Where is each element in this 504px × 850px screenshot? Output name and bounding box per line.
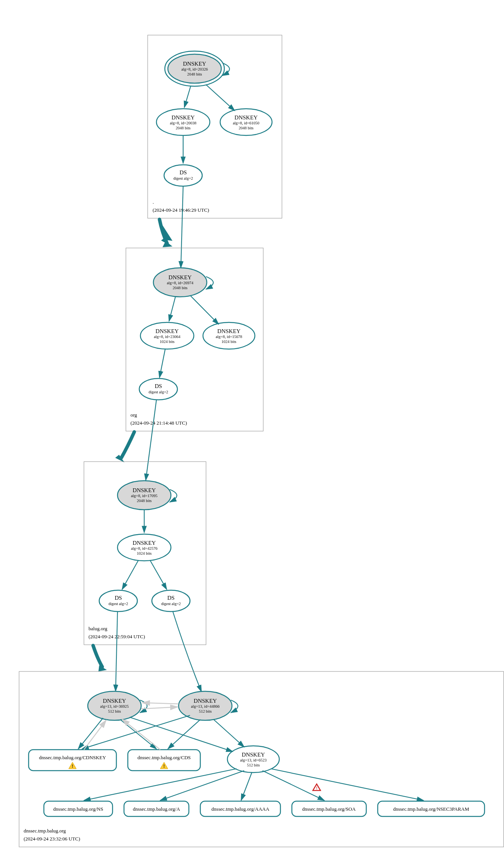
svg-text:2048 bits: 2048 bits: [239, 126, 254, 130]
node-balug-ds1: [99, 590, 137, 612]
svg-text:DNSKEY: DNSKEY: [242, 752, 265, 758]
svg-text:dnssec.tmp.balug.org/CDNSKEY: dnssec.tmp.balug.org/CDNSKEY: [39, 755, 106, 760]
svg-text:alg=8, id=42576: alg=8, id=42576: [131, 546, 158, 551]
svg-text:dnssec.tmp.balug.org/AAAA: dnssec.tmp.balug.org/AAAA: [211, 806, 269, 812]
svg-text:dnssec.tmp.balug.org/CDS: dnssec.tmp.balug.org/CDS: [137, 755, 191, 760]
zone-root: DNSKEY alg=8, id=20326 2048 bits DNSKEY …: [148, 35, 282, 218]
svg-text:alg=13, id=6523: alg=13, id=6523: [240, 758, 267, 762]
svg-text:dnssec.tmp.balug.org: dnssec.tmp.balug.org: [24, 828, 66, 834]
svg-text:(2024-09-24 19:46:29 UTC): (2024-09-24 19:46:29 UTC): [153, 207, 209, 213]
svg-text:alg=8, id=20038: alg=8, id=20038: [170, 121, 196, 125]
svg-text:dnssec.tmp.balug.org/NS: dnssec.tmp.balug.org/NS: [53, 806, 103, 812]
svg-text:alg=8, id=23064: alg=8, id=23064: [154, 335, 180, 339]
svg-text:.: .: [153, 199, 154, 205]
error-icon: !: [313, 784, 320, 790]
svg-text:DS: DS: [155, 383, 162, 389]
svg-text:DNSKEY: DNSKEY: [169, 274, 192, 280]
svg-text:alg=13, id=36925: alg=13, id=36925: [100, 704, 129, 708]
svg-text:2048 bits: 2048 bits: [173, 286, 188, 290]
svg-text:digest alg=2: digest alg=2: [148, 390, 168, 394]
svg-text:DS: DS: [167, 595, 174, 601]
svg-text:DS: DS: [179, 169, 187, 175]
svg-text:alg=8, id=17095: alg=8, id=17095: [131, 494, 158, 498]
svg-text:balug.org: balug.org: [89, 626, 108, 631]
svg-text:alg=13, id=44866: alg=13, id=44866: [191, 704, 220, 708]
svg-text:2048 bits: 2048 bits: [176, 126, 191, 130]
svg-text:dnssec.tmp.balug.org/SOA: dnssec.tmp.balug.org/SOA: [302, 806, 356, 812]
node-balug-ds2: [152, 590, 190, 612]
svg-text:DNSKEY: DNSKEY: [156, 328, 179, 334]
svg-text:DNSKEY: DNSKEY: [235, 114, 258, 121]
svg-text:2048 bits: 2048 bits: [187, 72, 202, 76]
svg-text:DNSKEY: DNSKEY: [194, 698, 217, 704]
svg-text:digest alg=2: digest alg=2: [173, 176, 193, 180]
svg-text:alg=8, id=15678: alg=8, id=15678: [216, 335, 242, 339]
svg-text:512 bits: 512 bits: [199, 709, 212, 713]
svg-text:alg=8, id=20326: alg=8, id=20326: [181, 67, 208, 71]
svg-text:!: !: [163, 763, 165, 769]
svg-text:2048 bits: 2048 bits: [137, 499, 152, 503]
svg-text:512 bits: 512 bits: [247, 763, 260, 767]
svg-text:DNSKEY: DNSKEY: [103, 698, 126, 704]
svg-text:1024 bits: 1024 bits: [160, 340, 175, 344]
node-org-ds: [139, 378, 177, 400]
zone-balug: DNSKEY alg=8, id=17095 2048 bits DNSKEY …: [84, 462, 206, 645]
svg-text:org: org: [130, 412, 137, 418]
svg-text:DNSKEY: DNSKEY: [133, 487, 156, 493]
svg-text:dnssec.tmp.balug.org/NSEC3PARA: dnssec.tmp.balug.org/NSEC3PARAM: [393, 806, 469, 812]
svg-text:alg=8, id=61050: alg=8, id=61050: [233, 121, 259, 125]
dnssec-graph: DNSKEY alg=8, id=20326 2048 bits DNSKEY …: [8, 8, 504, 850]
zone-org: DNSKEY alg=8, id=26974 2048 bits DNSKEY …: [126, 248, 263, 431]
svg-text:digest alg=2: digest alg=2: [161, 602, 181, 606]
svg-text:DNSKEY: DNSKEY: [133, 540, 156, 546]
svg-text:dnssec.tmp.balug.org/A: dnssec.tmp.balug.org/A: [133, 806, 180, 812]
svg-text:!: !: [72, 763, 73, 769]
svg-text:DNSKEY: DNSKEY: [217, 328, 241, 334]
svg-text:512 bits: 512 bits: [108, 709, 121, 713]
node-root-ds: [164, 165, 202, 186]
svg-text:(2024-09-24 23:32:06 UTC): (2024-09-24 23:32:06 UTC): [24, 836, 80, 842]
svg-text:DNSKEY: DNSKEY: [172, 114, 195, 121]
root-ksk-title: DNSKEY: [183, 61, 206, 67]
svg-text:alg=8, id=26974: alg=8, id=26974: [167, 281, 193, 285]
svg-text:(2024-09-24 21:14:48 UTC): (2024-09-24 21:14:48 UTC): [130, 420, 187, 426]
svg-text:DS: DS: [114, 595, 122, 601]
svg-text:!: !: [316, 786, 317, 790]
zone-dnssec: DNSKEY alg=13, id=36925 512 bits DNSKEY …: [19, 671, 504, 847]
svg-text:1024 bits: 1024 bits: [222, 340, 237, 344]
svg-text:digest alg=2: digest alg=2: [108, 602, 128, 606]
svg-text:1024 bits: 1024 bits: [137, 551, 152, 555]
